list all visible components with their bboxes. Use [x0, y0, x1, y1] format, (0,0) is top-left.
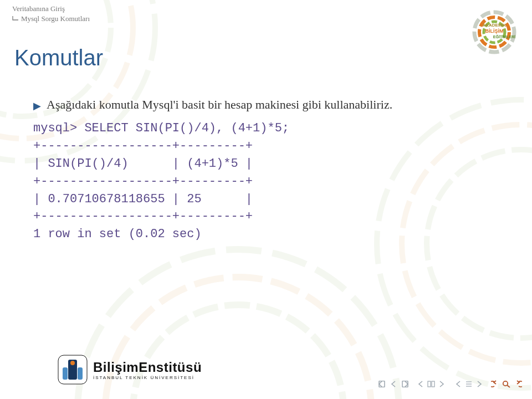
- logo-line2: BİLİŞİM: [485, 28, 504, 34]
- nav-first-slide-button[interactable]: [378, 379, 388, 389]
- breadcrumb-line1: Veritabanına Giriş: [12, 4, 90, 13]
- bullet-text: Aşağıdaki komutla Mysql'i basit bir hesa…: [47, 98, 392, 111]
- logo-brand-bold: Bilişim: [93, 360, 139, 375]
- slide-body: ▶Aşağıdaki komutla Mysql'i basit bir hes…: [33, 98, 504, 243]
- svg-point-26: [503, 381, 508, 386]
- logo-brand: BilişimEnstitüsü: [93, 360, 202, 375]
- nav-next-slide-button[interactable]: [399, 379, 409, 389]
- code-block: mysql> SELECT SIN(PI()/4), (4+1)*5; +---…: [33, 120, 504, 243]
- breadcrumb-line2: Mysql Sorgu Komutları: [12, 14, 90, 24]
- svg-point-16: [70, 361, 75, 365]
- logo-brand-sub: İSTANBUL TEKNİK ÜNİVERSİTESİ: [93, 375, 202, 380]
- nav-prev-subsection-button[interactable]: [453, 379, 463, 389]
- nav-forward-button[interactable]: [512, 379, 522, 389]
- svg-line-27: [507, 385, 510, 387]
- nav-next-section-button[interactable]: [437, 379, 447, 389]
- svg-rect-18: [78, 367, 83, 380]
- logo-akademik: AKADEMİK BİLİŞİM E ĞİTİMLERİ: [467, 10, 522, 55]
- page-title: Komutlar: [14, 45, 103, 70]
- svg-rect-17: [63, 367, 68, 380]
- svg-rect-22: [432, 381, 434, 387]
- corner-icon: [12, 15, 19, 24]
- slide-nav: [378, 379, 522, 389]
- logo-brand-light: Enstitüsü: [139, 360, 202, 375]
- nav-search-button[interactable]: [502, 379, 511, 389]
- nav-prev-section-button[interactable]: [416, 379, 426, 389]
- nav-subsection-icon[interactable]: [464, 379, 474, 389]
- nav-section-icon[interactable]: [426, 379, 436, 389]
- nav-prev-slide-button[interactable]: [388, 379, 398, 389]
- breadcrumb-line2-text: Mysql Sorgu Komutları: [21, 14, 90, 23]
- svg-rect-20: [402, 381, 408, 387]
- nav-next-subsection-button[interactable]: [474, 379, 484, 389]
- svg-rect-21: [428, 381, 431, 387]
- breadcrumb: Veritabanına Giriş Mysql Sorgu Komutları: [12, 4, 90, 23]
- logo-mark-icon: [58, 355, 88, 385]
- bullet-marker-icon: ▶: [33, 100, 41, 112]
- svg-rect-19: [379, 381, 385, 387]
- svg-text:ĞİTİMLERİ: ĞİTİMLERİ: [496, 34, 515, 39]
- logo-line1: AKADEMİK: [482, 23, 506, 28]
- nav-back-button[interactable]: [491, 379, 501, 389]
- logo-bilisim-enstitusu: BilişimEnstitüsü İSTANBUL TEKNİK ÜNİVERS…: [58, 354, 202, 386]
